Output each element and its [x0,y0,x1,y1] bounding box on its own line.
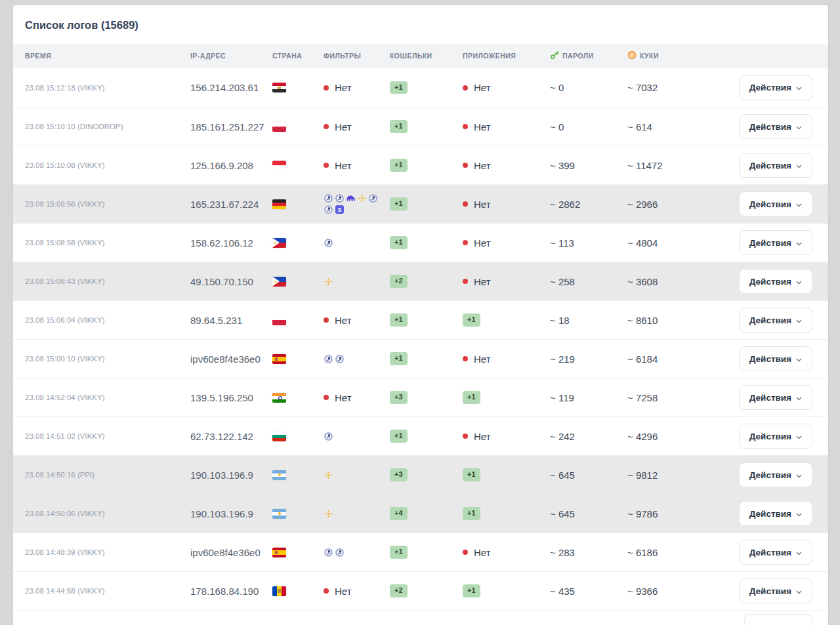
cookies-count: ~ 9812 [627,470,728,481]
chevron-down-icon [796,238,802,248]
flag-philippines-icon [272,238,286,248]
flag-moldova-icon [272,586,286,596]
red-dot-icon [324,395,329,400]
wallets-cell: +2 [390,275,463,288]
filters-cell: S [324,194,390,214]
coin-icon [324,432,333,441]
wallets-badge: +2 [390,584,408,597]
apps-badge: +1 [463,507,480,520]
table-body: 23.08 15:12:18 (VIKKY) 156.214.203.61 Не… [13,68,828,610]
actions-button[interactable]: Действия [739,385,812,410]
log-ip: 49.150.70.150 [190,276,272,287]
chevron-down-icon [796,277,802,287]
log-time: 23.08 14:44:58 (VIKKY) [25,587,190,595]
none-label: Нет [335,160,352,171]
actions-button-label: Действия [749,277,791,287]
actions-button-label: Действия [749,548,791,557]
apps-cell: Нет [463,353,550,365]
actions-button[interactable]: Действия [739,346,812,371]
none-label: Нет [335,315,352,326]
red-dot-icon [463,85,468,91]
red-dot-icon [463,163,468,168]
red-dot-icon [463,124,468,129]
cookie-icon [627,50,637,61]
apps-badge: +1 [463,391,480,404]
actions-button[interactable]: Действия [739,578,812,603]
red-dot-icon [463,433,468,439]
filters-cell [324,277,390,286]
logs-card: Список логов (15689) ВРЕМЯ IP-АДРЕС СТРА… [13,5,828,625]
actions-button[interactable]: Действия [739,424,812,449]
log-time: 23.08 15:06:04 (VIKKY) [25,316,190,324]
passwords-count: ~ 645 [550,470,627,481]
key-icon [550,50,559,61]
actions-button[interactable]: Действия [739,153,812,178]
country-cell [272,315,324,325]
binance-icon [357,194,366,203]
actions-cell: Действия [728,346,812,371]
log-time: 23.08 15:09:56 (VIKKY) [25,200,190,208]
table-row: 23.08 14:52:04 (VIKKY) 139.5.196.250 Нет… [13,378,828,416]
actions-button[interactable]: Действия [739,114,812,139]
actions-button-partial[interactable] [744,615,812,625]
table-row: 23.08 14:51:02 (VIKKY) 62.73.122.142 +1 … [13,416,828,455]
actions-button[interactable]: Действия [739,308,812,333]
actions-button[interactable]: Действия [739,540,812,565]
coin-icon [324,238,333,247]
none-label: Нет [335,392,352,403]
skrill-icon: S [335,205,344,214]
col-header-apps: ПРИЛОЖЕНИЯ [463,52,550,60]
col-header-wallets: КОШЕЛЬКИ [390,52,463,60]
passwords-count: ~ 119 [550,392,627,403]
actions-button-label: Действия [749,315,791,325]
coin-icon [368,194,377,203]
wallets-cell: +3 [390,391,463,404]
wallets-cell: +1 [390,120,463,133]
filters-cell: Нет [324,392,390,403]
none-label: Нет [474,547,491,558]
apps-badge: +1 [463,468,480,481]
actions-cell: Действия [728,308,812,333]
none-label: Нет [335,121,352,132]
actions-button[interactable]: Действия [739,462,812,487]
log-ip: 89.64.5.231 [190,315,272,326]
wallets-badge: +2 [390,275,408,288]
log-time: 23.08 14:50:16 (PPI) [25,471,190,479]
table-row: 23.08 15:00:10 (VIKKY) ipv60e8f4e36e0 +1… [13,339,828,378]
wallets-badge: +1 [390,120,408,133]
cookies-count: ~ 2966 [627,199,728,210]
red-dot-icon [324,85,329,91]
log-time: 23.08 14:52:04 (VIKKY) [25,393,190,401]
apps-cell: Нет [463,82,550,93]
log-ip: 125.166.9.208 [190,160,272,171]
actions-button[interactable]: Действия [739,75,812,100]
none-label: Нет [335,82,352,93]
chevron-down-icon [796,432,802,441]
actions-button[interactable]: Действия [739,230,812,255]
cookies-count: ~ 8610 [627,315,728,326]
table-row: 23.08 15:08:43 (VIKKY) 49.150.70.150 +2 … [13,262,828,300]
red-dot-icon [463,240,468,245]
wallets-badge: +1 [390,81,408,94]
actions-button[interactable]: Действия [739,501,812,526]
coin-icon [335,548,344,557]
actions-button-label: Действия [749,470,791,480]
table-row: 23.08 14:50:16 (PPI) 190.103.196.9 +3 +1… [13,455,828,494]
log-ip: 165.231.67.224 [190,199,272,210]
passwords-count: ~ 219 [550,353,627,365]
log-ip: 139.5.196.250 [190,392,272,403]
table-row: 23.08 14:50:06 (VIKKY) 190.103.196.9 +4 … [13,494,828,533]
log-ip: 190.103.196.9 [190,508,272,519]
actions-button[interactable]: Действия [739,192,812,216]
log-time: 23.08 15:00:10 (VIKKY) [25,355,190,363]
log-time: 23.08 15:08:43 (VIKKY) [25,277,190,285]
cookies-count: ~ 9366 [627,586,728,597]
chevron-down-icon [796,509,802,519]
col-header-ip: IP-АДРЕС [190,52,272,60]
flag-poland-icon [272,315,286,325]
actions-button[interactable]: Действия [739,269,812,294]
none-label: Нет [474,199,491,210]
cookies-count: ~ 11472 [627,160,728,171]
log-time: 23.08 14:48:39 (VIKKY) [25,548,190,556]
actions-cell: Действия [728,114,812,139]
